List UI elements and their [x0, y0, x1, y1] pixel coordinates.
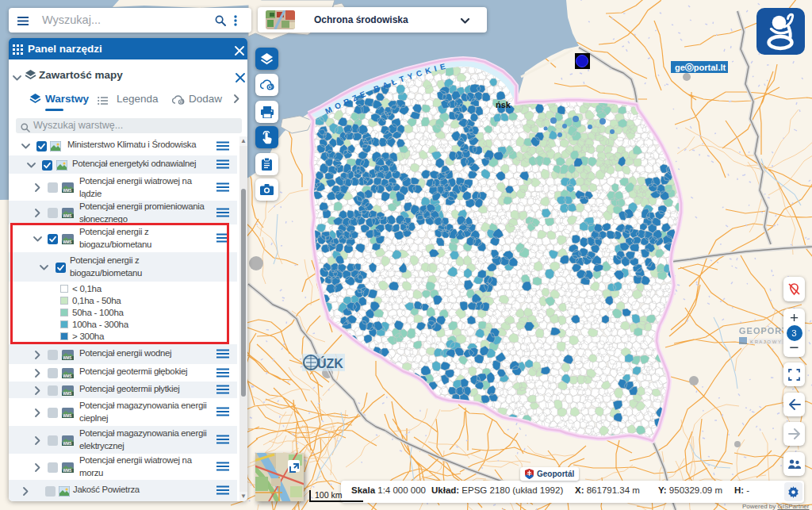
svg-text:WMS: WMS: [63, 374, 71, 378]
svg-text:K R A J O W Y: K R A J O W Y: [750, 339, 781, 344]
svg-text:WMS: WMS: [63, 356, 71, 360]
svg-text:geⓞportal.lt: geⓞportal.lt: [675, 63, 726, 72]
svg-text:WMS: WMS: [63, 214, 71, 218]
svg-text:WMS: WMS: [63, 414, 71, 418]
svg-text:ńsk: ńsk: [496, 100, 511, 109]
svg-text:WMS: WMS: [63, 392, 71, 396]
svg-text:ÚZK: ÚZK: [317, 356, 343, 370]
svg-text:WMS: WMS: [63, 469, 71, 473]
svg-text:WMS: WMS: [63, 442, 71, 446]
svg-text:WMS: WMS: [63, 189, 71, 193]
